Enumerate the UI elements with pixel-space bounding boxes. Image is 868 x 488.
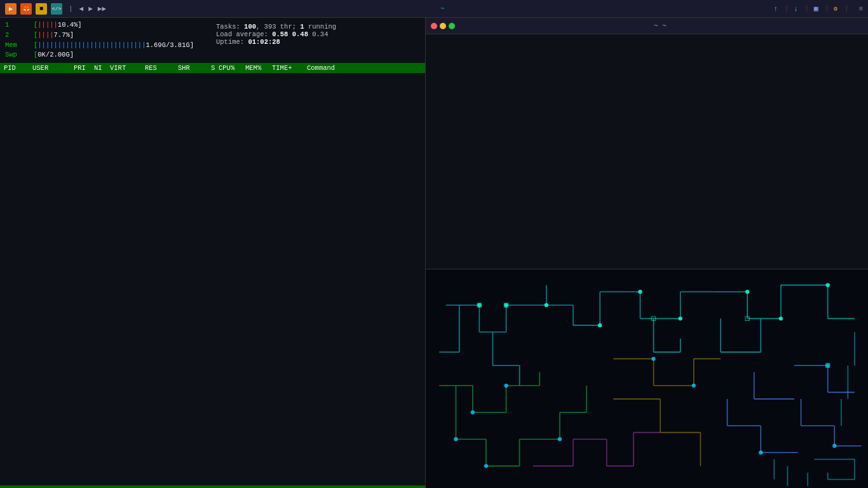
col-pid[interactable]: PID	[3, 64, 31, 72]
process-table	[0, 73, 425, 485]
col-cpu[interactable]: CPU%	[217, 64, 244, 72]
cpu2-bar: 2 [ |||| 7.7%]	[5, 30, 420, 41]
col-virt[interactable]: VIRT	[109, 64, 144, 72]
mem-bar: Mem [ ||||||||||||||||||||||||||| 1.69G/…	[5, 41, 420, 51]
svg-point-36	[545, 303, 548, 307]
svg-point-38	[638, 290, 642, 294]
media-play[interactable]: ▶	[88, 4, 93, 13]
media-next[interactable]: ▶▶	[98, 4, 106, 13]
svg-point-101	[558, 437, 562, 441]
topbar-right: ↑ | ↓ | ▦ | ⚙ | ≡	[773, 4, 863, 13]
app-icon-1[interactable]: ▶	[5, 3, 17, 15]
svg-point-35	[504, 303, 508, 307]
window-close-dot[interactable]	[431, 23, 437, 29]
cpu-stat: ⚙	[834, 5, 839, 13]
net-up-icon: ↑	[773, 5, 778, 13]
svg-point-104	[826, 363, 830, 367]
svg-point-106	[759, 451, 763, 454]
media-prev[interactable]: ◀	[79, 4, 84, 13]
window-maximize-dot[interactable]	[449, 23, 455, 29]
svg-point-99	[454, 437, 458, 441]
app-icon-2[interactable]: 🦊	[20, 3, 32, 15]
svg-point-100	[484, 464, 488, 468]
svg-point-102	[651, 356, 655, 360]
svg-point-40	[745, 290, 749, 294]
swp-bar: Swp [ 0K/2.00G]	[5, 50, 420, 60]
topbar-left: ▶ 🦊 ■ </> | ◀ ▶ ▶▶	[5, 3, 114, 15]
htop-bars: 1 [ ||||| 10.4%] 2 [ |||| 7.7%]	[5, 20, 420, 60]
main-content: 1 [ ||||| 10.4%] 2 [ |||| 7.7%]	[0, 18, 868, 488]
window-minimize-dot[interactable]	[440, 23, 446, 29]
net-down-icon: ↓	[794, 5, 798, 13]
svg-point-105	[832, 444, 836, 447]
memory-icon: ▦	[814, 4, 818, 13]
htop-stats: Tasks: 100, 393 thr; 1 running Load aver…	[216, 23, 336, 46]
cpu1-bar: 1 [ ||||| 10.4%]	[5, 20, 420, 30]
svg-point-37	[598, 323, 602, 327]
circuit-art-panel	[426, 269, 868, 488]
svg-point-34	[477, 303, 481, 307]
col-time[interactable]: TIME+	[271, 64, 306, 72]
settings-icon[interactable]: ≡	[858, 5, 863, 13]
col-ni[interactable]: NI	[93, 64, 109, 72]
col-pri[interactable]: PRI	[72, 64, 93, 72]
svg-point-42	[826, 283, 830, 287]
svg-point-103	[692, 383, 696, 387]
col-res[interactable]: RES	[144, 64, 177, 72]
terminal-prompt-icon: ~	[440, 5, 445, 13]
memory-stat: ▦	[814, 4, 820, 13]
col-shr[interactable]: SHR	[177, 64, 210, 72]
circuit-svg	[426, 269, 868, 488]
process-table-header: PID USER PRI NI VIRT RES SHR S CPU% MEM%…	[0, 63, 425, 73]
htop-header: 1 [ ||||| 10.4%] 2 [ |||| 7.7%]	[0, 18, 425, 63]
col-user[interactable]: USER	[31, 64, 72, 72]
svg-point-41	[779, 316, 783, 320]
svg-point-39	[679, 316, 682, 320]
net-up-stat: ↑	[773, 5, 780, 13]
htop-footer	[0, 485, 425, 488]
svg-rect-0	[426, 269, 868, 488]
cpu-icon: ⚙	[834, 5, 837, 13]
col-s[interactable]: S	[210, 64, 217, 72]
topbar-center: ~	[440, 5, 447, 13]
col-command[interactable]: Command	[306, 64, 423, 72]
svg-point-98	[504, 383, 508, 387]
neofetch-panel	[426, 34, 868, 269]
svg-point-97	[471, 410, 475, 414]
topbar: ▶ 🦊 ■ </> | ◀ ▶ ▶▶ ~ ↑ | ↓ | ▦ | ⚙ |	[0, 0, 868, 18]
terminal-header: ~ ~	[426, 18, 868, 34]
neofetch-info	[438, 41, 862, 262]
app-icon-4[interactable]: </>	[51, 3, 62, 15]
app-icon-3[interactable]: ■	[36, 3, 47, 15]
htop-panel: 1 [ ||||| 10.4%] 2 [ |||| 7.7%]	[0, 18, 426, 488]
right-panel: ~ ~	[426, 18, 868, 488]
col-mem[interactable]: MEM%	[244, 64, 271, 72]
net-down-stat: ↓	[794, 5, 800, 13]
terminal-window-title: ~ ~	[458, 22, 863, 30]
